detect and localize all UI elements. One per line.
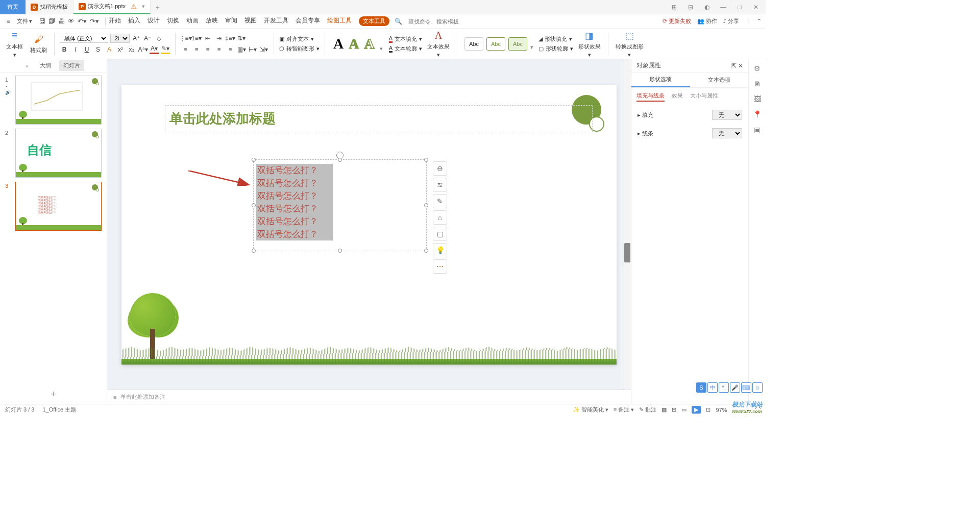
text-fill-button[interactable]: A 文本填充 ▾: [389, 35, 422, 43]
close-button[interactable]: ✕: [750, 4, 762, 11]
tab-document[interactable]: P 演示文稿1.pptx ⚠ ▾: [74, 0, 151, 14]
ime-punct-icon[interactable]: °,: [719, 382, 729, 393]
font-name-select[interactable]: 黑体 (正文): [60, 34, 108, 43]
share-button[interactable]: ⤴ 分享: [723, 17, 739, 25]
view-reading-icon[interactable]: ▭: [681, 406, 687, 413]
print-icon[interactable]: 🖶: [58, 17, 65, 25]
numbering-icon[interactable]: 1≡▾: [192, 34, 201, 43]
textbox-button[interactable]: ≡ 文本框▾: [4, 28, 25, 60]
shape-preset-2[interactable]: Abc: [486, 37, 505, 51]
align-text-button[interactable]: ▣ 对齐文本 ▾: [279, 35, 320, 43]
grid-icon[interactable]: ⊞: [669, 4, 680, 11]
align-left-icon[interactable]: ≡: [181, 45, 190, 54]
title-placeholder[interactable]: 单击此处添加标题: [165, 105, 593, 132]
float-collapse-icon[interactable]: ⊖: [433, 161, 447, 176]
rp-sub-size[interactable]: 大小与属性: [690, 92, 718, 102]
tab-vip[interactable]: 会员专享: [296, 16, 320, 26]
shadow-icon[interactable]: A: [105, 45, 114, 54]
decrease-font-icon[interactable]: A⁻: [143, 34, 152, 43]
tab-review[interactable]: 审阅: [225, 16, 237, 26]
outline-tab[interactable]: 大纲: [36, 60, 55, 71]
line-select[interactable]: 无: [712, 128, 742, 138]
wordart-styles[interactable]: A A A ▾: [330, 36, 386, 52]
ime-lang-icon[interactable]: 中: [707, 382, 718, 393]
redo-icon[interactable]: ↷▾: [90, 17, 99, 25]
float-frame-icon[interactable]: ▢: [433, 227, 447, 241]
text-outline-button[interactable]: A 文本轮廓 ▾: [389, 45, 422, 53]
shape-presets[interactable]: Abc Abc Abc ▾: [462, 37, 535, 51]
tab-texttool[interactable]: 文本工具: [359, 16, 389, 26]
ime-mic-icon[interactable]: 🎤: [730, 382, 740, 393]
wordart-preset-2[interactable]: A: [349, 36, 359, 52]
minimize-button[interactable]: —: [718, 4, 729, 11]
comment-button[interactable]: ✎ 批注: [639, 406, 656, 414]
shape-outline-button[interactable]: ▢ 形状轮廓 ▾: [538, 45, 573, 53]
notes-bar[interactable]: ≡ 单击此处添加备注: [107, 390, 631, 404]
textbox-content[interactable]: 双括号怎么打？ 双括号怎么打？ 双括号怎么打？ 双括号怎么打？ 双括号怎么打？ …: [256, 164, 333, 240]
underline-icon[interactable]: U: [82, 45, 91, 54]
coop-button[interactable]: 👥 协作: [697, 17, 717, 25]
italic-icon[interactable]: I: [71, 45, 80, 54]
indent-icon[interactable]: ⇲▾: [259, 45, 268, 54]
tab-start[interactable]: 开始: [109, 16, 121, 26]
tab-show[interactable]: 放映: [206, 16, 218, 26]
tab-transition[interactable]: 切换: [167, 16, 179, 26]
columns-icon[interactable]: ▥▾: [237, 45, 246, 54]
fill-select[interactable]: 无: [712, 110, 742, 120]
to-image-button[interactable]: ⬚ 转换成图形▾: [614, 28, 646, 60]
close-panel-icon[interactable]: ✕: [738, 62, 743, 69]
maximize-button[interactable]: □: [734, 4, 745, 11]
handle-se[interactable]: [424, 249, 428, 253]
chevron-down-icon[interactable]: ▾: [380, 45, 383, 52]
float-shape-icon[interactable]: ⌂: [433, 210, 447, 225]
clear-format-icon[interactable]: ◇: [154, 34, 163, 43]
collapse-panel-icon[interactable]: «: [22, 63, 32, 69]
file-menu[interactable]: 文件 ▾: [14, 17, 35, 25]
rp-sub-fill[interactable]: 填充与线条: [636, 92, 665, 102]
saveas-icon[interactable]: 🗐: [48, 17, 55, 25]
float-bulb-icon[interactable]: 💡: [433, 243, 447, 257]
scrollbar-thumb[interactable]: [624, 243, 630, 262]
ime-face-icon[interactable]: ☺: [752, 382, 763, 393]
dropdown-icon[interactable]: ▾: [142, 3, 145, 10]
chevron-down-icon[interactable]: ▾: [530, 44, 533, 51]
view-sorter-icon[interactable]: ⊞: [672, 406, 676, 413]
hamburger-icon[interactable]: ≡: [4, 17, 13, 25]
collapse-ribbon-icon[interactable]: ⌃: [757, 18, 762, 25]
format-painter-button[interactable]: 🖌 格式刷: [28, 31, 49, 56]
align-right-icon[interactable]: ≡: [203, 45, 212, 54]
float-layers-icon[interactable]: ≋: [433, 178, 447, 192]
bullets-icon[interactable]: ⋮≡▾: [181, 34, 190, 43]
handle-s[interactable]: [338, 249, 342, 253]
side-layout-icon[interactable]: ▣: [754, 126, 761, 134]
handle-nw[interactable]: [252, 158, 256, 162]
bold-icon[interactable]: B: [60, 45, 69, 54]
align-justify-icon[interactable]: ≡: [214, 45, 224, 54]
add-slide-button[interactable]: +: [0, 385, 107, 404]
indent-inc-icon[interactable]: ⇥: [214, 34, 224, 43]
thumb-1[interactable]: [15, 76, 102, 125]
thumb-3[interactable]: 双括号怎么打？ 双括号怎么打？ 双括号怎么打？ 双括号怎么打？ 双括号怎么打？ …: [15, 182, 102, 231]
side-template-icon[interactable]: 🗎: [754, 80, 761, 88]
indent-dec-icon[interactable]: ⇤: [203, 34, 212, 43]
increase-font-icon[interactable]: A⁺: [132, 34, 141, 43]
tab-drawtool[interactable]: 绘图工具: [327, 16, 352, 26]
slide[interactable]: 单击此处添加标题 双括号怎么打？ 双括号怎么打？ 双括号怎么打？: [121, 85, 617, 365]
preview-icon[interactable]: 👁: [68, 17, 75, 25]
undo-icon[interactable]: ↶▾: [78, 17, 87, 25]
tab-view[interactable]: 视图: [244, 16, 257, 26]
tab-dev[interactable]: 开发工具: [264, 16, 288, 26]
handle-n[interactable]: [338, 158, 342, 162]
view-normal-icon[interactable]: ▦: [662, 406, 667, 413]
tab-insert[interactable]: 插入: [128, 16, 140, 26]
shape-preset-1[interactable]: Abc: [464, 37, 483, 51]
text-dir-icon[interactable]: ⇅▾: [237, 34, 246, 43]
tab-icon[interactable]: ⊢▾: [248, 45, 257, 54]
zoom-value[interactable]: 97%: [716, 407, 727, 413]
side-location-icon[interactable]: 📍: [753, 110, 762, 118]
sub-icon[interactable]: x₂: [127, 45, 136, 54]
more-icon[interactable]: ⋮: [745, 18, 751, 25]
rp-tab-text[interactable]: 文本选项: [690, 73, 749, 87]
rp-sub-effect[interactable]: 效果: [672, 92, 683, 102]
font-size-select[interactable]: 20: [110, 34, 130, 43]
